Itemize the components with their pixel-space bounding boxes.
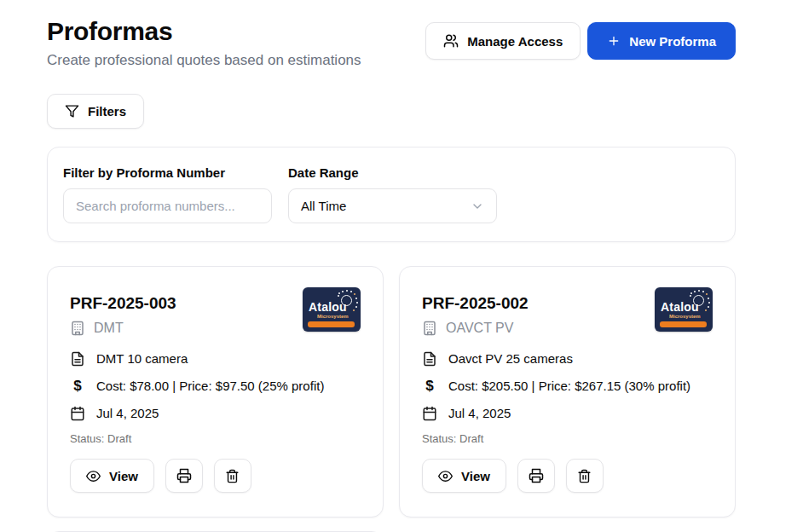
proforma-number: PRF-2025-003	[70, 294, 176, 313]
proforma-date: Jul 4, 2025	[448, 406, 511, 420]
proforma-number-label: Filter by Proforma Number	[63, 165, 272, 180]
title-block: Proformas Create professional quotes bas…	[47, 17, 361, 69]
eye-icon	[438, 469, 453, 483]
date-range-select[interactable]: All Time	[288, 188, 497, 223]
building-icon	[70, 321, 85, 336]
description-row: DMT 10 camera	[70, 350, 361, 367]
eye-icon	[86, 469, 101, 483]
chevron-down-icon	[471, 200, 484, 213]
logo-subtitle: Microsystem	[317, 314, 349, 319]
status-text: Status: Draft	[422, 432, 713, 445]
users-icon	[443, 33, 459, 49]
manage-access-label: Manage Access	[467, 35, 563, 48]
delete-button[interactable]	[566, 459, 604, 493]
logo-sun-rays	[690, 292, 692, 294]
print-button[interactable]	[165, 459, 203, 493]
print-button[interactable]	[517, 459, 555, 493]
view-button[interactable]: View	[70, 459, 154, 493]
company-name: DMT	[94, 321, 124, 336]
card-actions: View	[422, 459, 713, 493]
plus-icon	[607, 34, 621, 48]
calendar-icon	[422, 406, 437, 421]
pricing-row: $ Cost: $205.50 | Price: $267.15 (30% pr…	[422, 378, 713, 394]
view-label: View	[109, 469, 138, 483]
dollar-icon: $	[422, 378, 437, 395]
dollar-icon: $	[70, 378, 85, 395]
logo-banner	[660, 321, 707, 327]
status-text: Status: Draft	[70, 432, 361, 445]
description-row: Oavct PV 25 cameras	[422, 350, 713, 367]
card-details: DMT 10 camera $ Cost: $78.00 | Price: $9…	[70, 350, 361, 445]
page-title: Proformas	[47, 17, 361, 46]
new-proforma-label: New Proforma	[629, 35, 716, 48]
company-row: DMT	[70, 321, 176, 336]
card-title-block: PRF-2025-003 DMT	[70, 287, 176, 336]
header-actions: Manage Access New Proforma	[425, 17, 736, 60]
trash-icon	[577, 469, 592, 483]
company-logo: Atalou Microsystem	[303, 287, 361, 332]
page-container: Proformas Create professional quotes bas…	[47, 0, 736, 532]
proforma-description: DMT 10 camera	[96, 351, 188, 366]
file-text-icon	[70, 351, 85, 367]
manage-access-button[interactable]: Manage Access	[425, 22, 581, 60]
card-actions: View	[70, 459, 361, 493]
proforma-date: Jul 4, 2025	[96, 406, 159, 420]
card-header: PRF-2025-003 DMT Atalou Microsystem	[70, 287, 361, 336]
building-icon	[422, 321, 437, 336]
logo-name: Atalou	[309, 300, 347, 314]
page-subtitle: Create professional quotes based on esti…	[47, 52, 361, 69]
proforma-number: PRF-2025-002	[422, 294, 529, 313]
logo-banner	[308, 321, 355, 327]
company-name: OAVCT PV	[446, 321, 513, 336]
pricing-text: Cost: $205.50 | Price: $267.15 (30% prof…	[448, 379, 690, 393]
proforma-number-field: Filter by Proforma Number	[63, 165, 272, 223]
page-header: Proformas Create professional quotes bas…	[47, 17, 736, 69]
new-proforma-button[interactable]: New Proforma	[587, 22, 736, 60]
date-row: Jul 4, 2025	[422, 405, 713, 421]
file-text-icon	[422, 351, 437, 367]
logo-name: Atalou	[661, 300, 699, 314]
pricing-row: $ Cost: $78.00 | Price: $97.50 (25% prof…	[70, 378, 361, 394]
printer-icon	[176, 468, 192, 483]
printer-icon	[529, 468, 544, 483]
date-range-label: Date Range	[288, 165, 497, 180]
proforma-card-grid: PRF-2025-003 DMT Atalou Microsystem	[47, 266, 736, 532]
view-button[interactable]: View	[422, 459, 506, 493]
proforma-description: Oavct PV 25 cameras	[448, 351, 573, 366]
company-logo: Atalou Microsystem	[655, 287, 713, 332]
proforma-card: PRF-2025-002 OAVCT PV Atalou Microsystem	[399, 266, 736, 518]
filters-button[interactable]: Filters	[47, 94, 144, 129]
filter-funnel-icon	[65, 104, 79, 119]
delete-button[interactable]	[214, 459, 251, 493]
company-row: OAVCT PV	[422, 321, 529, 336]
proforma-number-search-input[interactable]	[63, 188, 272, 223]
proforma-card: PRF-2025-003 DMT Atalou Microsystem	[47, 266, 384, 518]
filters-label: Filters	[88, 105, 126, 118]
card-title-block: PRF-2025-002 OAVCT PV	[422, 287, 529, 336]
trash-icon	[225, 469, 240, 483]
card-header: PRF-2025-002 OAVCT PV Atalou Microsystem	[422, 287, 713, 336]
logo-sun-rays	[338, 292, 340, 294]
date-range-value: All Time	[301, 199, 346, 213]
filter-panel: Filter by Proforma Number Date Range All…	[47, 147, 736, 242]
calendar-icon	[70, 406, 85, 421]
logo-subtitle: Microsystem	[669, 314, 701, 319]
pricing-text: Cost: $78.00 | Price: $97.50 (25% profit…	[96, 379, 324, 393]
date-range-field: Date Range All Time	[288, 165, 497, 223]
date-row: Jul 4, 2025	[70, 405, 361, 421]
view-label: View	[461, 469, 490, 483]
card-details: Oavct PV 25 cameras $ Cost: $205.50 | Pr…	[422, 350, 713, 445]
